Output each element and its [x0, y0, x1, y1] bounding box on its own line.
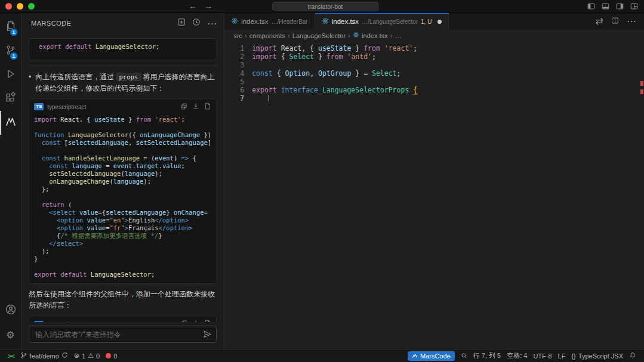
- sidebar-item-marscode[interactable]: [0, 111, 21, 135]
- chat-code-block: TS typescriptreact: [29, 98, 217, 284]
- breadcrumb-languageselector[interactable]: LanguageSelector: [292, 32, 346, 39]
- chat-input[interactable]: [29, 326, 217, 343]
- tab-index-tsx-languageselector[interactable]: index.tsx …/LanguageSelector 1, U: [315, 13, 449, 29]
- react-file-icon: [322, 17, 329, 26]
- chat-code-fragment: export default LanguageSelector;: [29, 38, 217, 60]
- search-status-item[interactable]: [458, 352, 470, 359]
- unsaved-dot-icon[interactable]: [437, 20, 442, 24]
- insert-code-icon[interactable]: [192, 101, 199, 112]
- error-marker: [640, 89, 643, 94]
- settings-button[interactable]: ⚙: [0, 323, 21, 346]
- status-bar: >< feat/demo ⊗ 1 ⚠ 0 0 MarsCode: [0, 349, 644, 362]
- traffic-lights: [5, 3, 35, 10]
- toggle-panel-icon[interactable]: [602, 2, 609, 10]
- code-block-header: TS typescriptreact: [29, 99, 216, 115]
- send-icon[interactable]: [203, 330, 212, 341]
- tab-index-tsx-headerbar[interactable]: index.tsx …/HeaderBar: [224, 13, 315, 29]
- zoom-window-button[interactable]: [28, 3, 35, 10]
- notifications-item[interactable]: [626, 352, 639, 360]
- message-divider: [29, 66, 217, 66]
- encoding-item[interactable]: UTF-8: [530, 352, 554, 360]
- indentation-item[interactable]: 空格: 4: [504, 351, 530, 360]
- new-file-icon[interactable]: [204, 101, 211, 112]
- chat-prev-code-lines: export default LanguageSelector;: [34, 42, 211, 55]
- copy-code-icon[interactable]: [180, 101, 187, 112]
- activity-bar: 1 1: [0, 13, 21, 349]
- split-editor-icon[interactable]: [611, 16, 619, 27]
- history-icon[interactable]: [192, 18, 201, 29]
- branch-name: feat/demo: [30, 352, 59, 360]
- sidebar-item-run-debug[interactable]: [0, 63, 21, 87]
- overview-ruler[interactable]: [639, 42, 644, 349]
- editor-code-lines: 1import React, { useState } from 'react'…: [224, 44, 644, 103]
- editor-code[interactable]: 1import React, { useState } from 'react'…: [224, 42, 644, 349]
- activity-bar-bottom: ⚙: [0, 299, 21, 349]
- branch-icon: [20, 352, 27, 360]
- gear-icon: ⚙: [6, 329, 14, 341]
- sidebar-item-explorer[interactable]: 1: [0, 16, 21, 39]
- error-icon: ⊗: [74, 352, 79, 360]
- chat-code-lines: import React, { useState } from 'react';…: [29, 115, 216, 283]
- tab-bar: index.tsx …/HeaderBar index.tsx …/Langua…: [224, 13, 644, 29]
- new-chat-icon[interactable]: [177, 18, 186, 29]
- eol-item[interactable]: LF: [555, 352, 569, 360]
- marscode-panel: MARSCODE ⋯ export default LanguageSelect…: [21, 13, 224, 349]
- account-icon: [5, 304, 17, 318]
- extensions-icon: [5, 92, 17, 106]
- back-icon[interactable]: ←: [189, 2, 196, 11]
- accounts-button[interactable]: [0, 299, 21, 323]
- toggle-sidebar-right-icon[interactable]: [616, 2, 624, 10]
- tab-detail: …/HeaderBar: [272, 18, 308, 25]
- source-control-badge: 1: [10, 52, 18, 60]
- breadcrumb-symbol[interactable]: …: [395, 32, 402, 39]
- more-actions-icon[interactable]: ⋯: [207, 18, 217, 29]
- chevron-right-icon: ›: [348, 32, 350, 40]
- code-language-label: typescriptreact: [47, 104, 86, 110]
- run-debug-icon: [5, 68, 17, 82]
- chat-code-block-2: TS typescriptreact: [29, 315, 217, 322]
- command-center[interactable]: translator-bot: [272, 2, 378, 11]
- chat-paragraph-2: 然后在使用这个组件的父组件中，添加一个处理函数来接收所选的语言：: [29, 289, 217, 311]
- tab-label: index.tsx: [241, 18, 268, 25]
- chevron-right-icon: ›: [245, 32, 247, 40]
- error-marker: [640, 81, 643, 86]
- explorer-badge: 1: [10, 28, 18, 36]
- chat-input-area: [21, 322, 224, 349]
- react-file-icon: [353, 32, 359, 39]
- red-dot-item[interactable]: 0: [103, 349, 120, 362]
- red-dot-count: 0: [113, 352, 117, 360]
- vscode-window: ← → translator-bot: [0, 0, 644, 362]
- minimize-window-button[interactable]: [17, 3, 23, 10]
- toggle-sidebar-left-icon[interactable]: [587, 2, 595, 10]
- warning-icon: ⚠: [88, 352, 94, 360]
- remote-icon: ><: [8, 352, 14, 360]
- marscode-status-item[interactable]: MarsCode: [408, 351, 455, 361]
- customize-layout-icon[interactable]: [630, 2, 638, 10]
- breadcrumb-index-tsx[interactable]: index.tsx: [362, 32, 387, 39]
- git-branch-item[interactable]: feat/demo: [17, 349, 71, 362]
- tab-label: index.tsx: [332, 18, 359, 25]
- forward-icon[interactable]: →: [205, 2, 212, 11]
- warning-count: 0: [96, 352, 100, 360]
- breadcrumb-src[interactable]: src: [233, 32, 242, 39]
- tab-detail: …/LanguageSelector: [362, 18, 418, 25]
- chat-messages: export default LanguageSelector; • 向上传递所…: [21, 33, 224, 322]
- cursor-position-item[interactable]: 行 7, 列 5: [470, 351, 504, 360]
- chat-paragraph-1: • 向上传递所选语言，通过 props 将用户选择的语言向上传递给父组件，修改后…: [29, 72, 217, 94]
- open-changes-icon[interactable]: ⇄: [596, 16, 603, 27]
- problems-item[interactable]: ⊗ 1 ⚠ 0: [71, 349, 103, 362]
- sidebar-item-source-control[interactable]: 1: [0, 39, 21, 63]
- tab-problems-badge: 1, U: [421, 18, 432, 25]
- language-mode-item[interactable]: {} TypeScript JSX: [568, 352, 626, 360]
- sidebar-item-extensions[interactable]: [0, 87, 21, 111]
- remote-indicator[interactable]: ><: [5, 349, 17, 362]
- window-title: translator-bot: [307, 4, 343, 10]
- marscode-label: MarsCode: [420, 352, 451, 360]
- close-window-button[interactable]: [5, 3, 12, 10]
- red-dot-icon: [106, 353, 111, 358]
- editor-actions: ⇄ ⋯: [588, 13, 644, 29]
- breadcrumb-components[interactable]: components: [249, 32, 285, 39]
- braces-icon: {}: [571, 352, 575, 360]
- inline-code-props: props: [116, 73, 141, 81]
- more-actions-icon[interactable]: ⋯: [627, 16, 636, 27]
